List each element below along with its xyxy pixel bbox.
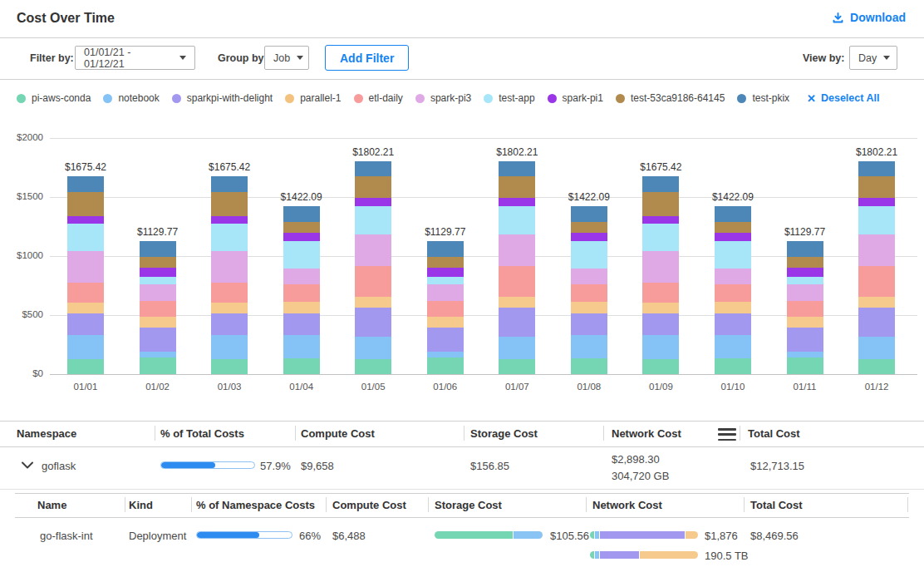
legend-item-notebook[interactable]: notebook (103, 92, 159, 104)
bar-segment-spark-pi1[interactable] (642, 216, 679, 224)
bar-segment-sparkpi-with-delight[interactable] (499, 308, 535, 337)
bar-segment-spark-pi3[interactable] (787, 284, 823, 301)
bar-segment-notebook[interactable] (715, 335, 751, 358)
legend-item-spark-pi1[interactable]: spark-pi1 (548, 92, 603, 104)
stacked-bar-01/10[interactable] (715, 206, 751, 374)
bar-segment-test-app[interactable] (427, 277, 464, 284)
bar-segment-spark-pi3[interactable] (140, 284, 176, 301)
bar-segment-parallel-1[interactable] (427, 317, 464, 328)
bar-segment-test-pkix[interactable] (355, 161, 391, 176)
bar-segment-notebook[interactable] (211, 335, 248, 359)
bar-segment-parallel-1[interactable] (355, 297, 391, 308)
bar-segment-etl-daily[interactable] (140, 301, 176, 318)
bar-segment-sparkpi-with-delight[interactable] (858, 308, 895, 337)
bar-segment-spark-pi3[interactable] (211, 251, 248, 283)
bar-segment-etl-daily[interactable] (787, 301, 823, 318)
bar-segment-sparkpi-with-delight[interactable] (140, 328, 176, 352)
bar-segment-test-pkix[interactable] (642, 176, 679, 192)
bar-segment-pi-aws-conda[interactable] (499, 359, 535, 374)
date-range-select[interactable]: 01/01/21 - 01/12/21 (75, 46, 195, 70)
bar-segment-test-app[interactable] (211, 224, 248, 251)
bar-segment-parallel-1[interactable] (858, 297, 895, 308)
bar-segment-spark-pi1[interactable] (858, 198, 895, 206)
bar-segment-sparkpi-with-delight[interactable] (283, 313, 320, 335)
bar-segment-etl-daily[interactable] (642, 283, 679, 303)
stacked-bar-01/01[interactable] (67, 176, 104, 374)
bar-segment-test-53ca9186-64145[interactable] (858, 176, 895, 199)
bar-segment-test-app[interactable] (140, 277, 176, 284)
bar-segment-notebook[interactable] (787, 352, 823, 357)
bar-segment-spark-pi1[interactable] (427, 268, 464, 277)
bar-segment-test-53ca9186-64145[interactable] (571, 222, 607, 233)
bar-segment-etl-daily[interactable] (355, 266, 391, 297)
bar-segment-test-pkix[interactable] (67, 176, 104, 192)
bar-segment-etl-daily[interactable] (283, 284, 320, 302)
bar-segment-test-app[interactable] (355, 206, 391, 234)
bar-segment-test-app[interactable] (499, 206, 535, 234)
bar-segment-pi-aws-conda[interactable] (355, 359, 391, 374)
bar-segment-test-53ca9186-64145[interactable] (642, 192, 679, 216)
bar-segment-parallel-1[interactable] (715, 302, 751, 313)
bar-segment-spark-pi3[interactable] (571, 269, 607, 284)
stacked-bar-01/04[interactable] (283, 206, 320, 374)
bar-segment-etl-daily[interactable] (715, 284, 751, 302)
legend-item-test-pkix[interactable]: test-pkix (737, 92, 789, 104)
bar-segment-test-app[interactable] (642, 224, 679, 251)
bar-segment-etl-daily[interactable] (499, 266, 535, 297)
bar-segment-spark-pi3[interactable] (499, 234, 535, 266)
bar-segment-test-app[interactable] (787, 277, 823, 284)
bar-segment-parallel-1[interactable] (283, 302, 320, 313)
bar-segment-sparkpi-with-delight[interactable] (211, 313, 248, 336)
bar-segment-pi-aws-conda[interactable] (787, 357, 823, 374)
stacked-bar-01/08[interactable] (571, 206, 607, 374)
bar-segment-notebook[interactable] (571, 335, 607, 358)
bar-segment-parallel-1[interactable] (211, 303, 248, 313)
bar-segment-test-53ca9186-64145[interactable] (211, 192, 248, 216)
bar-segment-test-pkix[interactable] (211, 176, 248, 192)
deselect-all-button[interactable]: ✕Deselect All (807, 92, 879, 105)
bar-segment-notebook[interactable] (499, 337, 535, 359)
bar-segment-spark-pi3[interactable] (67, 251, 104, 283)
legend-item-sparkpi-with-delight[interactable]: sparkpi-with-delight (172, 92, 273, 104)
bar-segment-test-pkix[interactable] (427, 241, 464, 258)
bar-segment-pi-aws-conda[interactable] (283, 358, 320, 374)
legend-item-parallel-1[interactable]: parallel-1 (285, 92, 341, 104)
bar-segment-test-53ca9186-64145[interactable] (499, 176, 535, 199)
bar-segment-test-53ca9186-64145[interactable] (427, 257, 464, 268)
bar-segment-pi-aws-conda[interactable] (211, 359, 248, 374)
bar-segment-etl-daily[interactable] (571, 284, 607, 302)
bar-segment-pi-aws-conda[interactable] (571, 358, 607, 374)
bar-segment-test-pkix[interactable] (283, 206, 320, 222)
bar-segment-spark-pi1[interactable] (67, 216, 104, 224)
bar-segment-test-53ca9186-64145[interactable] (67, 192, 104, 216)
bar-segment-spark-pi3[interactable] (427, 284, 464, 301)
bar-segment-etl-daily[interactable] (427, 301, 464, 318)
bar-segment-spark-pi3[interactable] (283, 269, 320, 284)
bar-segment-spark-pi1[interactable] (140, 268, 176, 277)
stacked-bar-01/07[interactable] (499, 161, 535, 374)
stacked-bar-01/03[interactable] (211, 176, 248, 374)
bar-segment-spark-pi1[interactable] (715, 233, 751, 241)
bar-segment-sparkpi-with-delight[interactable] (642, 313, 679, 336)
legend-item-etl-daily[interactable]: etl-daily (354, 92, 403, 104)
bar-segment-test-pkix[interactable] (571, 206, 607, 222)
bar-segment-test-pkix[interactable] (858, 161, 895, 176)
bar-segment-notebook[interactable] (858, 337, 895, 359)
bar-segment-etl-daily[interactable] (211, 283, 248, 303)
bar-segment-sparkpi-with-delight[interactable] (427, 328, 464, 352)
bar-segment-notebook[interactable] (427, 352, 464, 357)
bar-segment-spark-pi1[interactable] (211, 216, 248, 224)
bar-segment-pi-aws-conda[interactable] (858, 359, 895, 374)
bar-segment-sparkpi-with-delight[interactable] (787, 328, 823, 352)
bar-segment-sparkpi-with-delight[interactable] (571, 313, 607, 335)
legend-item-pi-aws-conda[interactable]: pi-aws-conda (17, 92, 91, 104)
bar-segment-spark-pi3[interactable] (715, 269, 751, 284)
chevron-down-icon[interactable] (22, 461, 33, 469)
bar-segment-spark-pi1[interactable] (499, 198, 535, 206)
bar-segment-notebook[interactable] (642, 335, 679, 359)
legend-item-spark-pi3[interactable]: spark-pi3 (415, 92, 471, 104)
stacked-bar-01/05[interactable] (355, 161, 391, 374)
bar-segment-spark-pi1[interactable] (787, 268, 823, 277)
column-settings-icon[interactable] (718, 428, 736, 441)
bar-segment-sparkpi-with-delight[interactable] (715, 313, 751, 335)
